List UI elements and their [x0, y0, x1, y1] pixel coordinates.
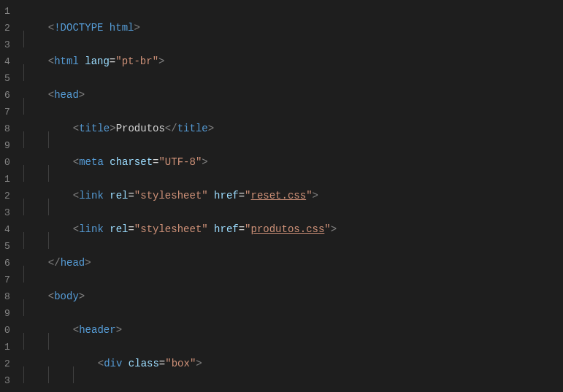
line-number: 8: [4, 288, 10, 305]
line-number: 1: [4, 339, 10, 356]
line-number: 1: [4, 3, 10, 20]
code-line[interactable]: <header>: [23, 322, 448, 339]
line-number: 7: [4, 104, 10, 120]
line-number: 4: [4, 53, 10, 70]
line-number: 9: [4, 305, 10, 322]
line-number: 2: [4, 188, 10, 204]
line-number: 3: [4, 372, 10, 389]
code-line[interactable]: <h1><img src="logo.png"></h1>: [23, 389, 448, 392]
line-number: 2: [4, 356, 10, 372]
line-number: 1: [4, 171, 10, 188]
code-line[interactable]: <body>: [23, 288, 448, 305]
line-number: 7: [4, 272, 10, 288]
line-number: 4: [4, 221, 10, 238]
line-number: 6: [4, 255, 10, 272]
code-editor: 1 2 3 4 5 6 7 8 9 0 1 2 3 4 5 6 7 8 9 0 …: [0, 0, 563, 392]
code-line[interactable]: </head>: [23, 255, 448, 272]
line-number: 9: [4, 137, 10, 154]
line-number: 0: [4, 322, 10, 339]
line-number: 0: [4, 154, 10, 171]
code-line[interactable]: <head>: [23, 87, 448, 104]
code-line[interactable]: <html lang="pt-br">: [23, 53, 448, 70]
line-number: 5: [4, 70, 10, 87]
line-number: 5: [4, 238, 10, 255]
line-number: 8: [4, 120, 10, 137]
code-line[interactable]: <meta charset="UTF-8">: [23, 154, 448, 171]
code-line[interactable]: <!DOCTYPE html>: [23, 20, 448, 36]
line-number: 3: [4, 204, 10, 221]
line-number: 6: [4, 87, 10, 104]
line-number: 2: [4, 20, 10, 36]
line-number: 3: [4, 36, 10, 53]
code-line[interactable]: <title>Produtos</title>: [23, 120, 448, 137]
code-area[interactable]: <!DOCTYPE html> <html lang="pt-br"> <hea…: [23, 0, 448, 392]
code-line[interactable]: <link rel="stylesheet" href="reset.css">: [23, 188, 448, 204]
code-line[interactable]: <link rel="stylesheet" href="produtos.cs…: [23, 221, 448, 238]
line-number-gutter: 1 2 3 4 5 6 7 8 9 0 1 2 3 4 5 6 7 8 9 0 …: [0, 0, 23, 392]
code-line[interactable]: <div class="box">: [23, 356, 448, 372]
